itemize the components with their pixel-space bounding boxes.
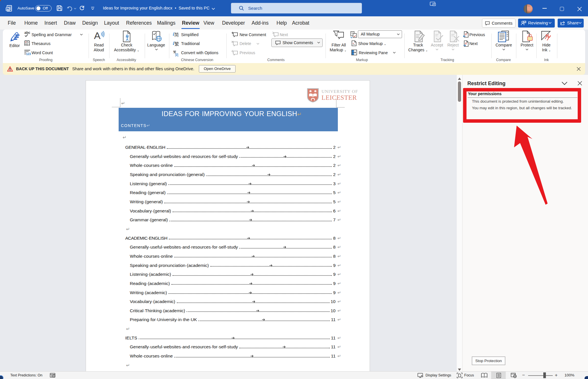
svg-text:A: A	[94, 30, 101, 41]
svg-text:繁: 繁	[174, 41, 179, 47]
svg-text:简: 简	[175, 53, 179, 57]
svg-text:abc: abc	[24, 31, 30, 35]
svg-text:W: W	[7, 8, 9, 11]
svg-text:简: 简	[174, 32, 179, 38]
svg-text:123: 123	[26, 52, 31, 56]
